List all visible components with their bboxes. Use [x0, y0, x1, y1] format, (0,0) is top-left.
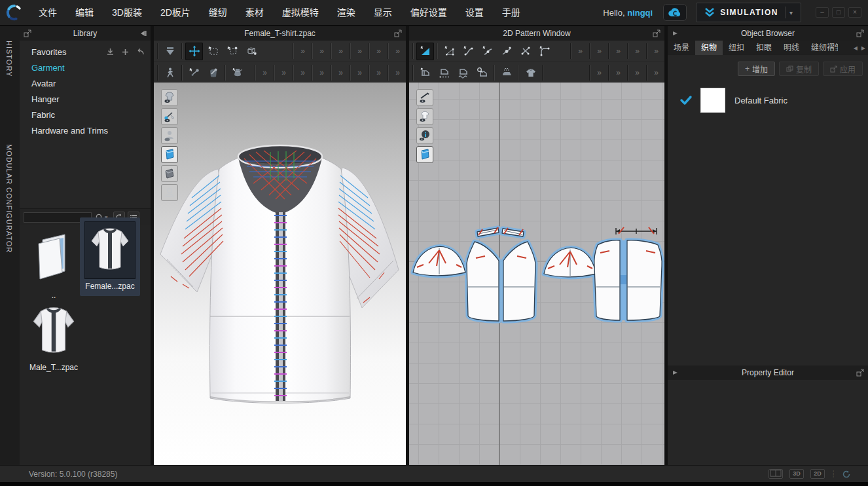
fabric-list-item[interactable]: Default Fabric [668, 84, 868, 117]
show-sewing-toggle[interactable] [161, 108, 178, 125]
tab-scene[interactable]: 场景 [668, 41, 695, 55]
collapsed-toolgroup[interactable]: » [611, 47, 625, 56]
simulation-dropdown-caret[interactable]: ▾ [786, 9, 797, 16]
steam-iron-tool[interactable] [497, 64, 515, 81]
show-patterns-toggle[interactable] [416, 108, 433, 125]
add-favorite-icon[interactable] [120, 47, 130, 57]
avatar-display-tool[interactable] [161, 64, 179, 81]
library-item-avatar[interactable]: Avatar [20, 76, 151, 92]
collapsed-toolgroup[interactable]: » [334, 68, 348, 77]
tab-buttonhole[interactable]: 扣眼 [750, 41, 778, 55]
select-move-tool[interactable] [185, 43, 203, 60]
edit-curve-point-tool[interactable] [479, 43, 496, 60]
simulate-tool[interactable] [161, 43, 179, 60]
modular-configurator-tab[interactable]: MODULAR CONFIGURATOR [5, 144, 13, 253]
show-info-toggle[interactable] [416, 127, 433, 144]
tabs-scroll-right-icon[interactable]: ▶ [861, 45, 865, 51]
menu-edit[interactable]: 编辑 [66, 0, 103, 26]
file-tile-female-tshirt[interactable]: Female...zpac [80, 217, 140, 296]
collapsed-toolgroup[interactable]: » [630, 68, 644, 77]
fabric-swatch[interactable] [700, 88, 725, 113]
add-fabric-button[interactable]: +增加 [738, 62, 775, 76]
library-item-hardware-trims[interactable]: Hardware and Trims [20, 123, 151, 139]
tab-puckering[interactable]: 缝纫褶皱 [805, 41, 838, 55]
collapsed-toolgroup[interactable]: » [372, 47, 386, 56]
username[interactable]: ningqi [627, 8, 653, 18]
edit-pattern-tool[interactable] [441, 43, 458, 60]
edit-sewing-tool[interactable] [473, 64, 491, 81]
view-2d-button[interactable]: 2D [810, 469, 825, 479]
back-icon[interactable] [136, 47, 145, 57]
split-view-button[interactable] [769, 469, 783, 479]
popout-icon[interactable] [393, 29, 403, 38]
show-fabric-2d-toggle[interactable] [416, 146, 433, 163]
menu-sewing[interactable]: 缝纫 [200, 0, 236, 26]
tabs-scroll-left-icon[interactable]: ◀ [854, 45, 858, 51]
menu-manual[interactable]: 手册 [493, 0, 530, 26]
pin-tool[interactable] [185, 64, 203, 81]
show-ghost-avatar-toggle[interactable] [161, 184, 178, 201]
library-item-favorites[interactable]: Favorites [20, 45, 151, 60]
lasso-select-tool[interactable] [223, 43, 241, 60]
collapsed-toolgroup[interactable]: » [649, 68, 663, 77]
library-item-garment[interactable]: Garment [20, 60, 151, 76]
menu-preferences[interactable]: 偏好设置 [401, 0, 456, 26]
collapsed-toolgroup[interactable]: » [391, 47, 405, 56]
parent-folder-tile[interactable]: .. [24, 231, 84, 300]
view-3d-button[interactable]: 3D [789, 469, 804, 479]
popout-icon[interactable] [652, 29, 661, 38]
show-3d-garment-tool[interactable] [522, 64, 539, 81]
menu-render[interactable]: 渲染 [328, 0, 365, 26]
add-point-tool[interactable] [497, 43, 515, 60]
collapsed-toolgroup[interactable]: » [611, 68, 625, 77]
show-sewing-lines-toggle[interactable] [416, 89, 433, 106]
menu-2d-pattern[interactable]: 2D板片 [151, 0, 200, 26]
copy-fabric-button[interactable]: 复制 [779, 62, 819, 76]
collapsed-toolgroup[interactable]: » [315, 68, 329, 77]
collapse-arrow-icon[interactable] [671, 368, 680, 377]
show-fabric-mesh-toggle[interactable] [161, 165, 178, 182]
collapsed-toolgroup[interactable]: » [573, 47, 587, 56]
collapsed-toolgroup[interactable]: » [630, 47, 644, 56]
popout-icon[interactable] [856, 29, 865, 38]
fitting-tool[interactable] [228, 64, 246, 81]
transform-pattern-tool[interactable] [416, 43, 434, 60]
library-item-hanger[interactable]: Hanger [20, 92, 151, 107]
library-collapse-icon[interactable] [138, 29, 147, 38]
tab-button[interactable]: 纽扣 [723, 41, 750, 55]
show-garment-toggle[interactable] [161, 89, 178, 106]
close-button[interactable]: × [848, 7, 861, 18]
popout-icon[interactable] [856, 368, 865, 377]
maximize-button[interactable]: □ [832, 7, 845, 18]
history-tab[interactable]: HISTORY [5, 41, 13, 77]
show-avatar-toggle[interactable] [161, 127, 178, 144]
import-icon[interactable] [105, 47, 115, 57]
collapse-arrow-icon[interactable] [671, 29, 680, 38]
pin-box-tool[interactable] [204, 64, 222, 81]
collapsed-toolgroup[interactable]: » [296, 68, 310, 77]
viewport-3d[interactable] [154, 83, 406, 465]
show-fabric-texture-toggle[interactable] [161, 146, 178, 163]
collapsed-toolgroup[interactable]: » [372, 68, 386, 77]
collapsed-toolgroup[interactable]: » [353, 47, 367, 56]
edit-curvature-tool[interactable] [460, 43, 477, 60]
viewport-2d[interactable] [409, 83, 664, 465]
collapsed-toolgroup[interactable]: » [315, 47, 329, 56]
file-tile-male-tshirt[interactable]: Male_T...zpac [24, 305, 84, 372]
tab-fabric[interactable]: 织物 [695, 41, 723, 55]
cloud-account-button[interactable] [663, 4, 687, 21]
free-sewing-tool[interactable] [435, 64, 453, 81]
rectangle-select-tool[interactable] [204, 43, 222, 60]
library-popout-icon[interactable] [23, 29, 32, 38]
round-corner-tool[interactable] [535, 43, 553, 60]
collapsed-toolgroup[interactable]: » [592, 47, 606, 56]
collapsed-toolgroup[interactable]: » [649, 47, 663, 56]
collapsed-toolgroup[interactable]: » [296, 47, 310, 56]
apply-fabric-button[interactable]: 应用 [823, 62, 863, 76]
menu-3d-garment[interactable]: 3D服装 [103, 0, 151, 26]
gizmo-tool[interactable] [242, 43, 260, 60]
tab-topstitch[interactable]: 明线 [778, 41, 805, 55]
segment-sewing-tool[interactable] [416, 64, 434, 81]
collapsed-toolgroup[interactable]: » [391, 68, 405, 77]
menu-settings[interactable]: 设置 [456, 0, 493, 26]
